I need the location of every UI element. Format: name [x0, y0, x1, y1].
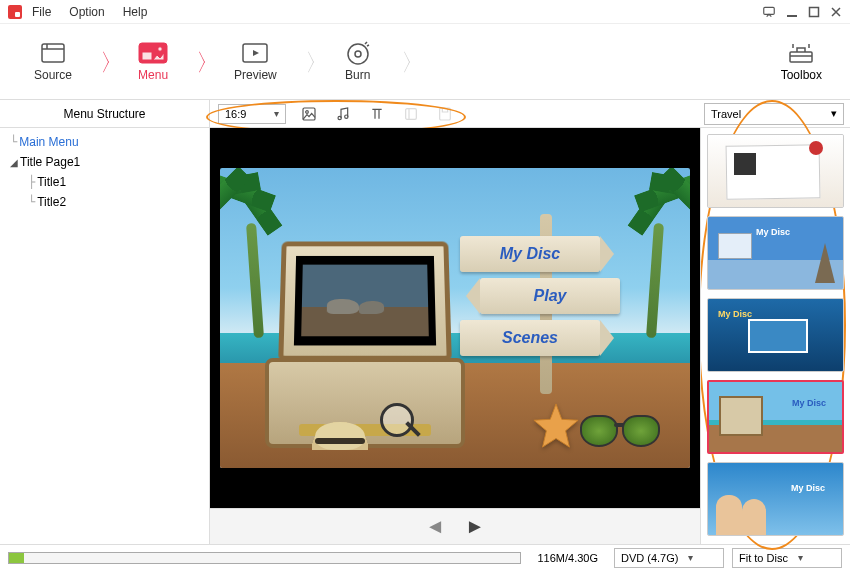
workflow-bar: Source Menu Preview Burn Toolbox	[0, 24, 850, 100]
tree-title1[interactable]: ├Title1	[0, 172, 209, 192]
text-icon[interactable]	[366, 103, 388, 125]
tree-label: Title2	[37, 195, 66, 209]
app-icon	[8, 5, 22, 19]
svg-point-8	[348, 44, 368, 64]
fit-to-disc-dropdown[interactable]: Fit to Disc	[732, 548, 842, 568]
feedback-icon[interactable]	[762, 5, 776, 19]
template-thumb-4[interactable]: My Disc	[707, 380, 844, 454]
disc-type-dropdown[interactable]: DVD (4.7G)	[614, 548, 724, 568]
next-arrow-icon[interactable]: ►	[465, 515, 485, 538]
step-burn[interactable]: Burn	[319, 24, 397, 99]
chapters-icon	[400, 103, 422, 125]
step-menu-label: Menu	[138, 68, 168, 82]
sign-my-disc[interactable]: My Disc	[460, 236, 600, 272]
svg-rect-5	[142, 52, 152, 60]
close-button[interactable]	[830, 6, 842, 18]
burn-icon	[343, 42, 373, 64]
magnifier-decor	[380, 403, 420, 443]
tree-label: Title1	[37, 175, 66, 189]
aspect-ratio-dropdown[interactable]: 16:9	[218, 104, 286, 124]
svg-rect-2	[810, 7, 819, 16]
size-label: 116M/4.30G	[529, 552, 606, 564]
preview-canvas[interactable]: My Disc Play Scenes	[210, 128, 700, 508]
tree-main-menu[interactable]: └Main Menu	[0, 132, 209, 152]
capacity-progress	[8, 552, 521, 564]
maximize-button[interactable]	[808, 6, 820, 18]
svg-point-6	[158, 46, 162, 50]
window-controls	[762, 5, 842, 19]
template-thumb-3[interactable]: My Disc	[707, 298, 844, 372]
svg-rect-15	[406, 108, 417, 119]
step-source-label: Source	[34, 68, 72, 82]
hat-decor	[305, 412, 375, 450]
sunglasses-decor	[580, 415, 660, 450]
svg-rect-16	[440, 108, 451, 120]
sign-scenes[interactable]: Scenes	[460, 320, 600, 356]
chevron-icon	[192, 27, 210, 97]
source-icon	[38, 42, 68, 64]
background-image-icon[interactable]	[298, 103, 320, 125]
step-preview[interactable]: Preview	[210, 24, 301, 99]
step-menu[interactable]: Menu	[114, 24, 192, 99]
prev-arrow-icon[interactable]: ◄	[425, 515, 445, 538]
minimize-button[interactable]	[786, 6, 798, 18]
template-panel: My Disc My Disc My Disc My Disc	[700, 128, 850, 544]
sign-play[interactable]: Play	[480, 278, 620, 314]
template-category-dropdown[interactable]: Travel	[704, 103, 844, 125]
svg-rect-10	[790, 52, 812, 62]
template-thumb-1[interactable]	[707, 134, 844, 208]
svg-rect-0	[764, 7, 775, 14]
menu-option[interactable]: Option	[69, 5, 104, 19]
svg-rect-11	[303, 108, 315, 120]
menubar: File Option Help	[32, 5, 147, 19]
toolbox-label: Toolbox	[781, 68, 822, 82]
menu-structure-tree: └Main Menu ◢Title Page1 ├Title1 └Title2	[0, 128, 210, 544]
preview-pane: My Disc Play Scenes ◄ ►	[210, 128, 700, 544]
toolbox-icon	[787, 42, 815, 64]
menu-file[interactable]: File	[32, 5, 51, 19]
svg-point-14	[345, 115, 348, 118]
chevron-icon	[301, 27, 319, 97]
step-preview-label: Preview	[234, 68, 277, 82]
svg-rect-1	[787, 15, 797, 17]
chevron-icon	[397, 27, 415, 97]
tree-label: Main Menu	[19, 135, 78, 149]
svg-rect-3	[42, 44, 64, 62]
svg-point-13	[338, 116, 341, 119]
nav-arrows: ◄ ►	[210, 508, 700, 544]
preview-icon	[240, 42, 270, 64]
tree-label: Title Page1	[20, 155, 80, 169]
template-save-icon	[434, 103, 456, 125]
starfish-decor	[532, 402, 580, 450]
status-bar: 116M/4.30G DVD (4.7G) Fit to Disc	[0, 544, 850, 570]
chevron-icon	[96, 27, 114, 97]
dvd-menu-preview: My Disc Play Scenes	[220, 168, 690, 468]
tree-title2[interactable]: └Title2	[0, 192, 209, 212]
step-burn-label: Burn	[345, 68, 370, 82]
sub-toolbar: Menu Structure 16:9 Travel	[0, 100, 850, 128]
step-source[interactable]: Source	[10, 24, 96, 99]
svg-point-9	[355, 51, 361, 57]
toolbox-button[interactable]: Toolbox	[763, 42, 840, 82]
background-music-icon[interactable]	[332, 103, 354, 125]
menu-help[interactable]: Help	[123, 5, 148, 19]
main-area: └Main Menu ◢Title Page1 ├Title1 └Title2	[0, 128, 850, 544]
tree-title-page[interactable]: ◢Title Page1	[0, 152, 209, 172]
menu-structure-header: Menu Structure	[0, 100, 210, 127]
template-thumb-2[interactable]: My Disc	[707, 216, 844, 290]
template-thumb-5[interactable]: My Disc	[707, 462, 844, 536]
menu-icon	[138, 42, 168, 64]
titlebar: File Option Help	[0, 0, 850, 24]
svg-point-12	[306, 110, 309, 113]
